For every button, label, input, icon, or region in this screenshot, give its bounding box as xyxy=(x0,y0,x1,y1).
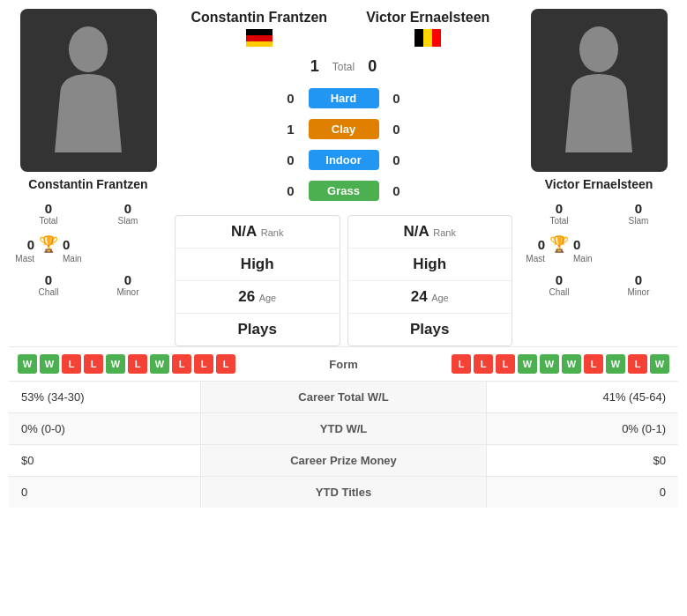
left-player-name: Constantin Frantzen xyxy=(28,177,147,191)
right-high-cell: High xyxy=(348,249,512,281)
left-stat-mast: 0 🏆 0 Mast Main xyxy=(9,230,88,268)
right-form-5: W xyxy=(540,354,559,374)
total-row: 1 Total 0 xyxy=(306,50,381,83)
career-total-right: 41% (45-64) xyxy=(487,382,678,413)
left-form-2: W xyxy=(40,354,59,374)
right-trophy-icon: 🏆 xyxy=(549,234,569,254)
left-trophy-icon: 🏆 xyxy=(39,234,58,254)
left-stat-slam: 0 Slam xyxy=(88,197,168,230)
left-form-6: L xyxy=(128,354,147,374)
center-column: Constantin Frantzen Victor Ernaelsteen xyxy=(175,9,512,346)
right-form-9: L xyxy=(628,354,647,374)
surface-row-hard: 0 Hard 0 xyxy=(175,83,512,114)
comparison-table: 53% (34-30) Career Total W/L 41% (45-64)… xyxy=(9,382,678,508)
career-total-label: Career Total W/L xyxy=(200,382,487,413)
surface-indoor-btn: Indoor xyxy=(309,150,379,170)
left-high-cell: High xyxy=(175,249,340,281)
ytd-titles-right: 0 xyxy=(487,477,678,508)
form-label: Form xyxy=(278,358,410,371)
right-form-8: W xyxy=(606,354,625,374)
left-form-5: W xyxy=(106,354,125,374)
right-form-3: L xyxy=(496,354,515,374)
svg-point-0 xyxy=(69,26,108,72)
left-form-badges: W W L L W L W L L L xyxy=(18,354,271,374)
ytd-titles-row: 0 YTD Titles 0 xyxy=(9,477,678,508)
right-flag xyxy=(414,29,441,47)
surface-rows: 0 Hard 0 1 Clay 0 0 Indoor 0 0 Grass xyxy=(175,83,512,206)
right-player-stats: 0 Total 0 Slam 0 🏆 0 Mast M xyxy=(519,197,678,268)
left-player-stats2: 0 Chall 0 Minor xyxy=(9,268,168,301)
prize-money-left: $0 xyxy=(9,445,200,477)
left-form-4: L xyxy=(84,354,103,374)
right-stat-mast: 0 🏆 0 Mast Main xyxy=(519,230,599,268)
right-form-1: L xyxy=(452,354,471,374)
right-form-6: W xyxy=(562,354,581,374)
left-age-cell: 26 Age xyxy=(175,281,340,314)
right-form-10: W xyxy=(650,354,669,374)
prize-money-right: $0 xyxy=(487,445,678,477)
ytd-wl-right: 0% (0-1) xyxy=(487,413,678,445)
right-plays-cell: Plays xyxy=(348,314,512,345)
ytd-wl-row: 0% (0-0) YTD W/L 0% (0-1) xyxy=(9,413,678,445)
surface-hard-btn: Hard xyxy=(309,88,379,108)
ytd-wl-label: YTD W/L xyxy=(200,413,487,445)
ytd-titles-label: YTD Titles xyxy=(200,477,487,508)
left-form-3: L xyxy=(62,354,81,374)
left-stat-total: 0 Total xyxy=(9,197,88,230)
form-section: W W L L W L W L L L Form L L L W W W L W… xyxy=(9,346,678,382)
right-stat-chall: 0 Chall xyxy=(519,268,599,301)
surface-clay-btn: Clay xyxy=(309,119,379,139)
surface-row-clay: 1 Clay 0 xyxy=(175,114,512,145)
right-form-7: L xyxy=(584,354,603,374)
left-name-center: Constantin Frantzen xyxy=(175,9,344,26)
right-stat-total: 0 Total xyxy=(519,197,599,230)
career-total-row: 53% (34-30) Career Total W/L 41% (45-64) xyxy=(9,382,678,413)
right-player-column: Victor Ernaelsteen 0 Total 0 Slam 0 🏆 0 xyxy=(519,9,678,346)
right-player-avatar xyxy=(531,9,668,172)
left-info-panel: N/A Rank High 26 Age Plays xyxy=(175,215,340,346)
right-player-stats2: 0 Chall 0 Minor xyxy=(519,268,678,301)
left-player-column: Constantin Frantzen 0 Total 0 Slam 0 🏆 0 xyxy=(9,9,168,346)
right-stat-minor: 0 Minor xyxy=(599,268,678,301)
right-form-badges: L L L W W W L W L W xyxy=(417,354,670,374)
page-container: Constantin Frantzen 0 Total 0 Slam 0 🏆 0 xyxy=(0,0,687,508)
prize-money-label: Career Prize Money xyxy=(200,445,487,477)
right-form-4: W xyxy=(518,354,537,374)
prize-money-row: $0 Career Prize Money $0 xyxy=(9,445,678,477)
right-stat-slam: 0 Slam xyxy=(599,197,678,230)
ytd-titles-left: 0 xyxy=(9,477,200,508)
left-form-10: L xyxy=(216,354,235,374)
left-form-8: L xyxy=(172,354,191,374)
left-form-7: W xyxy=(150,354,169,374)
left-form-9: L xyxy=(194,354,213,374)
right-age-cell: 24 Age xyxy=(348,281,512,314)
left-player-avatar xyxy=(20,9,157,172)
left-plays-cell: Plays xyxy=(175,314,340,345)
right-form-2: L xyxy=(474,354,493,374)
left-player-stats: 0 Total 0 Slam 0 🏆 0 Mast M xyxy=(9,197,168,268)
left-rank-cell: N/A Rank xyxy=(175,216,340,249)
right-name-center: Victor Ernaelsteen xyxy=(344,9,513,26)
ytd-wl-left: 0% (0-0) xyxy=(9,413,200,445)
career-total-left: 53% (34-30) xyxy=(9,382,200,413)
left-flag xyxy=(246,29,273,47)
right-info-panel: N/A Rank High 24 Age Plays xyxy=(347,215,513,346)
right-player-name: Victor Ernaelsteen xyxy=(545,177,653,191)
left-stat-minor: 0 Minor xyxy=(88,268,168,301)
surface-row-grass: 0 Grass 0 xyxy=(175,175,512,206)
player-compare-section: Constantin Frantzen 0 Total 0 Slam 0 🏆 0 xyxy=(0,0,687,346)
surface-row-indoor: 0 Indoor 0 xyxy=(175,145,512,175)
right-rank-cell: N/A Rank xyxy=(348,216,512,249)
svg-point-1 xyxy=(579,26,618,72)
surface-grass-btn: Grass xyxy=(309,181,379,201)
left-form-1: W xyxy=(18,354,37,374)
left-stat-chall2: 0 Chall xyxy=(9,268,88,301)
